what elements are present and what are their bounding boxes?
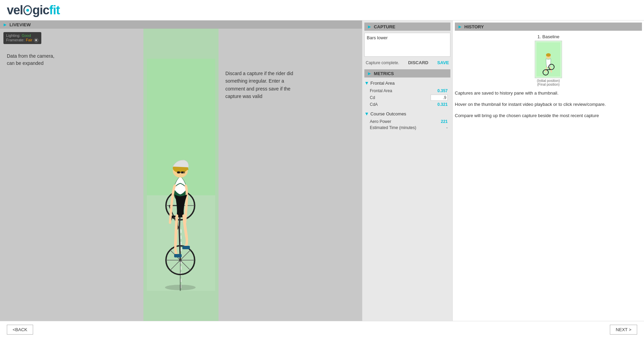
metric-row-cda: CdA 0.321 — [364, 101, 450, 108]
history-panel: ► HISTORY 1. Baseline — [452, 20, 644, 321]
logo-o-svg — [23, 5, 32, 16]
camera-data-line2: can be expanded — [7, 60, 54, 67]
svg-point-37 — [546, 53, 551, 57]
discard-button[interactable]: DISCARD — [408, 60, 428, 65]
frontal-area-title[interactable]: ▼ Frontal Area — [364, 80, 450, 86]
lighting-label: Lighting: — [6, 33, 20, 38]
course-outcomes-label: Course Outcomes — [370, 111, 406, 116]
back-button[interactable]: <BACK — [7, 325, 33, 335]
instruction-text: Discard a capture if the rider did somet… — [225, 70, 300, 100]
history-arrow-icon: ► — [458, 24, 462, 29]
frontal-area-group: ▼ Frontal Area Frontal Area 0.357 Cd CdA… — [364, 80, 450, 108]
framerate-value: Fair — [26, 38, 32, 43]
capture-title: CAPTURE — [374, 24, 395, 29]
course-outcomes-group: ▼ Course Outcomes Aero Power 221 Estimat… — [364, 111, 450, 131]
next-button[interactable]: NEXT > — [610, 325, 637, 335]
history-thumbnail[interactable] — [535, 41, 562, 78]
history-item-baseline: 1. Baseline (Initial position) (Fin — [455, 34, 642, 86]
liveview-panel: ► LIVEVIEW Lighting: Good Framerate: Fai… — [0, 20, 362, 321]
frontal-area-label: Frontal Area — [370, 81, 395, 86]
cyclist-area — [143, 29, 219, 321]
svg-point-1 — [26, 9, 29, 12]
metric-row-cd: Cd — [364, 94, 450, 101]
cd-input[interactable] — [431, 95, 448, 101]
metric-row-est-time: Estimated Time (minutes) - — [364, 125, 450, 131]
capture-comment-input[interactable] — [364, 33, 450, 57]
metric-row-aero-power: Aero Power 221 — [364, 118, 450, 125]
main-layout: ► LIVEVIEW Lighting: Good Framerate: Fai… — [0, 20, 644, 321]
lighting-row: Lighting: Good — [6, 33, 39, 38]
center-panel: ► CAPTURE Capture complete. DISCARD SAVE… — [362, 20, 452, 321]
capture-actions: Capture complete. DISCARD SAVE — [364, 58, 450, 67]
logo-text-fit: fit — [49, 3, 60, 17]
capture-complete-text: Capture complete. — [366, 60, 399, 65]
course-outcomes-title[interactable]: ▼ Course Outcomes — [364, 111, 450, 116]
est-time-label: Estimated Time (minutes) — [370, 125, 416, 130]
frontal-area-metric-label: Frontal Area — [370, 88, 392, 93]
dropdown-arrow-icon[interactable]: ▼ — [34, 38, 39, 43]
footer: <BACK NEXT > — [0, 321, 644, 338]
liveview-title: LIVEVIEW — [10, 22, 31, 27]
capture-header: ► CAPTURE — [364, 23, 450, 31]
liveview-header: ► LIVEVIEW — [0, 20, 362, 29]
help-text-2: Hover on the thumbnail for instant video… — [455, 101, 642, 108]
history-header: ► HISTORY — [455, 23, 642, 31]
help-text-3: Compare will bring up the chosen capture… — [455, 112, 642, 119]
framerate-label: Framerate: — [6, 38, 25, 43]
capture-section: ► CAPTURE Capture complete. DISCARD SAVE — [362, 20, 452, 69]
cda-value: 0.321 — [437, 102, 448, 107]
history-thumbnail-image — [536, 42, 560, 76]
logo: vel gicfit — [7, 3, 60, 17]
cd-label: Cd — [370, 95, 375, 100]
frontal-area-value: 0.357 — [437, 88, 448, 93]
metric-row-frontal-area: Frontal Area 0.357 — [364, 88, 450, 94]
est-time-value: - — [446, 125, 448, 130]
cda-label: CdA — [370, 102, 378, 107]
svg-rect-24 — [174, 254, 182, 257]
metrics-arrow-icon: ► — [367, 71, 372, 76]
logo-text-vel: vel — [7, 3, 23, 17]
header: vel gicfit — [0, 0, 644, 20]
aero-power-label: Aero Power — [370, 119, 391, 124]
frontal-area-collapse-icon: ▼ — [364, 80, 369, 86]
framerate-row: Framerate: Fair ▼ — [6, 38, 39, 43]
save-button[interactable]: SAVE — [437, 60, 449, 65]
capture-arrow-icon: ► — [367, 24, 372, 29]
liveview-content: Lighting: Good Framerate: Fair ▼ Data fr… — [0, 29, 362, 321]
camera-data-text: Data from the camera, can be expanded — [7, 53, 54, 67]
history-item-title: 1. Baseline — [537, 34, 559, 39]
svg-rect-30 — [177, 171, 180, 173]
history-title: HISTORY — [464, 24, 484, 29]
logo-text-gic: gic — [32, 3, 49, 17]
metrics-header: ► METRICS — [364, 69, 450, 78]
cyclist-image — [147, 59, 215, 291]
history-initial-label: (Initial position) — [537, 79, 560, 83]
metrics-title: METRICS — [374, 71, 394, 76]
course-outcomes-collapse-icon: ▼ — [364, 111, 369, 116]
aero-power-value: 221 — [441, 119, 448, 124]
help-text-1: Captures are saved to history pane with … — [455, 90, 642, 97]
svg-rect-31 — [182, 171, 185, 173]
liveview-arrow-icon: ► — [3, 22, 8, 27]
camera-info-box: Lighting: Good Framerate: Fair ▼ — [3, 32, 41, 44]
history-final-label: (Final position) — [537, 83, 560, 86]
logo-o — [23, 3, 32, 17]
camera-data-line1: Data from the camera, — [7, 53, 54, 60]
svg-rect-25 — [182, 246, 190, 249]
help-text: Captures are saved to history pane with … — [455, 90, 642, 119]
metrics-section: ► METRICS ▼ Frontal Area Frontal Area 0.… — [362, 69, 452, 136]
lighting-value: Good — [22, 33, 31, 38]
history-thumbnail-labels: (Initial position) (Final position) — [537, 79, 560, 86]
framerate-dropdown[interactable]: ▼ — [34, 38, 39, 43]
instruction-content: Discard a capture if the rider did somet… — [225, 71, 293, 99]
